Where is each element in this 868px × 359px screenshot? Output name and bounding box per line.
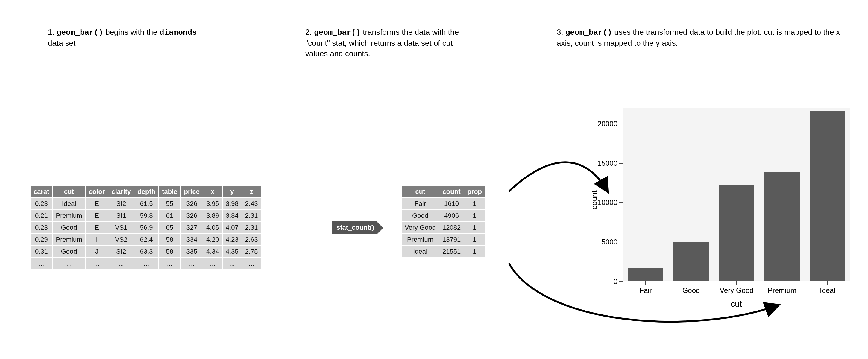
table-cell: 3.84	[222, 210, 242, 222]
table-cell: ...	[222, 258, 242, 269]
table-cell: 0.21	[30, 210, 53, 222]
table-header: cut	[53, 186, 86, 198]
table-cell: J	[86, 246, 108, 258]
table-cell: 63.3	[134, 246, 159, 258]
table-cell: 0.31	[30, 246, 53, 258]
table-cell: 2.31	[242, 210, 261, 222]
table-cell: ...	[181, 258, 203, 269]
table-cell: Good	[53, 246, 86, 258]
table-header: count	[439, 186, 464, 198]
x-tick-mark	[691, 281, 691, 285]
table-cell: 65	[159, 222, 181, 234]
table-cell: 335	[181, 246, 203, 258]
table-cell: 3.95	[203, 198, 222, 210]
x-tick-label: Fair	[639, 286, 652, 295]
x-tick-label: Premium	[768, 286, 797, 295]
table-cell: ...	[86, 258, 108, 269]
table-cell: ...	[30, 258, 53, 269]
table-cell: E	[86, 210, 108, 222]
count-table: cutcountpropFair16101Good49061Very Good1…	[401, 186, 486, 258]
table-cell: 2.31	[242, 222, 261, 234]
table-cell: 334	[181, 234, 203, 246]
table-cell: 4.34	[203, 246, 222, 258]
table-cell: 1	[464, 222, 485, 234]
table-cell: 2.75	[242, 246, 261, 258]
y-tick-mark	[619, 242, 623, 242]
table-cell: Very Good	[401, 222, 439, 234]
table-cell: ...	[53, 258, 86, 269]
table-cell: 3.98	[222, 198, 242, 210]
y-tick-label: 0	[614, 277, 618, 286]
x-tick-mark	[645, 281, 646, 285]
table-cell: VS1	[108, 222, 134, 234]
bar	[628, 268, 663, 281]
table-cell: 21551	[439, 246, 464, 258]
table-cell: 4.23	[222, 234, 242, 246]
table-cell: 62.4	[134, 234, 159, 246]
x-axis-label: cut	[623, 299, 850, 309]
step-3-caption: 3. geom_bar() uses the transformed data …	[557, 27, 856, 48]
x-tick-mark	[782, 281, 782, 285]
step-1-code: geom_bar()	[57, 28, 103, 37]
table-cell: 4.35	[222, 246, 242, 258]
table-cell: 4.07	[222, 222, 242, 234]
table-cell: 61.5	[134, 198, 159, 210]
table-row: 0.23GoodEVS156.9653274.054.072.31	[30, 222, 261, 234]
table-header: x	[203, 186, 222, 198]
table-cell: Ideal	[53, 198, 86, 210]
table-cell: ...	[242, 258, 261, 269]
table-row: Ideal215511	[401, 246, 485, 258]
table-cell: SI2	[108, 198, 134, 210]
table-cell: 1	[464, 210, 485, 222]
table-cell: Good	[53, 222, 86, 234]
table-cell: 61	[159, 210, 181, 222]
table-cell: 2.63	[242, 234, 261, 246]
table-header: cut	[401, 186, 439, 198]
table-header: y	[222, 186, 242, 198]
table-cell: 326	[181, 210, 203, 222]
y-tick-label: 15000	[597, 159, 618, 167]
table-row: Fair16101	[401, 198, 485, 210]
bar	[765, 172, 800, 281]
table-cell: 55	[159, 198, 181, 210]
table-header: color	[86, 186, 108, 198]
table-header: z	[242, 186, 261, 198]
bar	[719, 186, 754, 281]
table-cell: SI2	[108, 246, 134, 258]
table-cell: 58	[159, 246, 181, 258]
table-cell: 326	[181, 198, 203, 210]
table-row: Very Good120821	[401, 222, 485, 234]
y-tick-label: 5000	[601, 238, 618, 246]
table-row: Good49061	[401, 210, 485, 222]
table-cell: Ideal	[401, 246, 439, 258]
y-tick-label: 10000	[597, 198, 618, 207]
table-cell: 0.29	[30, 234, 53, 246]
table-row: 0.21PremiumESI159.8613263.893.842.31	[30, 210, 261, 222]
step-1-mid: begins with the	[105, 28, 159, 36]
table-row: Premium137911	[401, 234, 485, 246]
step-2-caption: 2. geom_bar() transforms the data with t…	[305, 27, 473, 59]
table-row: ..............................	[30, 258, 261, 269]
table-cell: Premium	[53, 234, 86, 246]
chart-panel: 05000100001500020000FairGoodVery GoodPre…	[623, 108, 850, 281]
table-header: clarity	[108, 186, 134, 198]
table-cell: ...	[108, 258, 134, 269]
y-tick-label: 20000	[597, 120, 618, 128]
bar-chart: count 05000100001500020000FairGoodVery G…	[623, 108, 850, 281]
table-header: prop	[464, 186, 485, 198]
table-cell: E	[86, 222, 108, 234]
table-cell: 2.43	[242, 198, 261, 210]
arrow-to-y-axis	[509, 162, 608, 192]
table-cell: 4906	[439, 210, 464, 222]
step-2-num: 2.	[305, 28, 312, 36]
step-3-code: geom_bar()	[565, 28, 612, 37]
x-tick-label: Ideal	[820, 286, 835, 295]
x-tick-mark	[827, 281, 828, 285]
y-tick-mark	[619, 281, 623, 282]
step-1-tail: data set	[48, 39, 76, 47]
y-tick-mark	[619, 202, 623, 203]
table-cell: Fair	[401, 198, 439, 210]
table-cell: 327	[181, 222, 203, 234]
table-cell: Premium	[401, 234, 439, 246]
table-cell: 1	[464, 198, 485, 210]
